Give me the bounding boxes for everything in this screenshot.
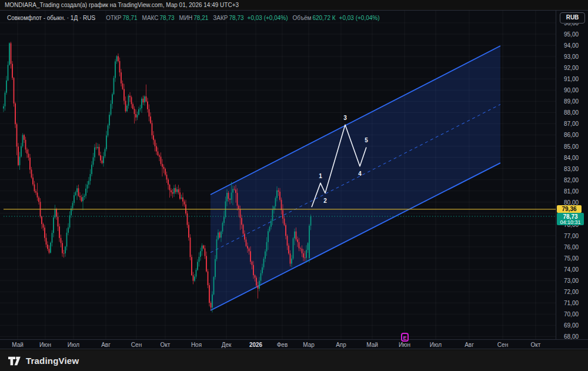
time-tick-label: Июл	[68, 342, 79, 348]
time-tick-label: Ноя	[191, 342, 202, 348]
price-tick-label: 85,00	[564, 143, 587, 149]
time-tick-label: Окт	[161, 342, 171, 348]
tradingview-brand-text[interactable]: TradingView	[26, 356, 79, 366]
price-tick-label: 76,00	[564, 243, 587, 250]
last-price-label: 78,73 04:10:31	[557, 213, 584, 225]
wave-2-label: 2	[323, 198, 327, 204]
legend-field-value: 78,73	[229, 15, 244, 21]
legend-field-label: ЗАКР	[213, 15, 228, 21]
price-tick-label: 69,00	[564, 322, 587, 329]
legend-field-label: МИН	[179, 15, 193, 21]
price-tick-label: 88,00	[564, 109, 587, 116]
price-tick-label: 81,00	[564, 188, 587, 194]
tradingview-screenshot: MONDIARA_Trading создал(а) график на Tra…	[0, 0, 588, 371]
time-tick-label: Авг	[465, 342, 474, 348]
price-tick-label: 72,00	[564, 289, 587, 295]
volume-value: 620,72 К	[312, 15, 335, 21]
legend-field-label: ОТКР	[106, 15, 121, 21]
price-tick-label: 89,00	[564, 98, 587, 105]
price-axis[interactable]: 96,0095,0094,0093,0092,0091,0090,0089,00…	[556, 11, 588, 339]
price-tick-label: 94,00	[564, 42, 587, 49]
time-tick-label: Июл	[430, 342, 442, 348]
price-tick-label: 82,00	[564, 176, 587, 183]
time-tick-label: Мар	[303, 342, 315, 348]
price-tick-label: 86,00	[564, 132, 587, 138]
legend-field-value: 78,73	[160, 15, 175, 21]
tradingview-logo-icon[interactable]	[8, 356, 21, 366]
price-tick-label: 83,00	[564, 165, 587, 172]
price-change: +0,03 (+0,04%)	[248, 15, 288, 21]
time-tick-label: Авг	[101, 342, 111, 348]
time-tick-label: Сен	[497, 342, 508, 348]
candlestick-chart[interactable]: 12345	[0, 11, 588, 350]
price-tick-label: 91,00	[564, 76, 587, 82]
price-tick-label: 74,00	[564, 266, 587, 273]
price-tick-label: 84,00	[564, 154, 587, 161]
footer-bar: TradingView	[0, 350, 588, 371]
time-tick-label: Июн	[39, 342, 51, 348]
alert-price-label[interactable]: 79,36	[557, 205, 582, 213]
price-tick-label: 87,00	[564, 121, 587, 127]
price-tick-label: 93,00	[564, 54, 587, 60]
legend-ohlc-fields: ОТКР78,71МАКС78,73МИН78,21ЗАКР78,73	[101, 15, 243, 21]
time-tick-label: Май	[12, 342, 24, 348]
symbol-title[interactable]: Совкомфлот - обыкн. · 1Д · RUS	[7, 15, 95, 21]
time-tick-label: 2026	[249, 342, 262, 348]
time-tick-label: Фев	[277, 342, 288, 348]
wave-3-label: 3	[343, 115, 347, 121]
price-tick-label: 77,00	[564, 232, 587, 239]
legend-field-label: МАКС	[142, 15, 159, 21]
time-tick-label: Сен	[131, 342, 142, 348]
volume-change: +0,03 (+0,04%)	[339, 15, 380, 21]
price-tick-label: 90,00	[564, 87, 587, 93]
time-tick-label: Окт	[531, 342, 541, 348]
price-tick-label: 92,00	[564, 65, 587, 71]
time-tick-label: Май	[366, 342, 378, 348]
attribution-bar: MONDIARA_Trading создал(а) график на Tra…	[0, 0, 588, 10]
earnings-icon[interactable]: E	[401, 333, 409, 342]
volume-label: Объём	[293, 15, 312, 21]
symbol-legend[interactable]: Совкомфлот - обыкн. · 1Д · RUS ОТКР78,71…	[7, 14, 380, 22]
legend-field-value: 78,21	[193, 15, 208, 21]
attribution-text: MONDIARA_Trading создал(а) график на Tra…	[5, 2, 239, 8]
price-tick-label: 75,00	[564, 255, 587, 262]
price-tick-label: 95,00	[564, 31, 587, 38]
time-tick-label: Апр	[336, 342, 346, 348]
wave-1-label: 1	[319, 173, 322, 179]
price-tick-label: 71,00	[564, 300, 587, 306]
price-tick-label: 80,00	[564, 199, 587, 205]
price-tick-label: 70,00	[564, 311, 587, 317]
chart-widget: 12345 Совкомфлот - обыкн. · 1Д · RUS ОТК…	[0, 10, 588, 349]
time-axis[interactable]: МайИюнИюлАвгСенОктНояДек2026ФевМарАпрМай…	[0, 339, 588, 349]
wave-5-label: 5	[365, 137, 368, 143]
price-tick-label: 68,00	[564, 333, 587, 340]
bar-countdown: 04:10:31	[557, 220, 584, 225]
time-tick-label: Дек	[222, 342, 232, 348]
price-tick-label: 73,00	[564, 278, 587, 284]
wave-4-label: 4	[358, 171, 362, 177]
currency-button[interactable]: RUB	[560, 12, 585, 24]
legend-field-value: 78,71	[123, 15, 138, 21]
